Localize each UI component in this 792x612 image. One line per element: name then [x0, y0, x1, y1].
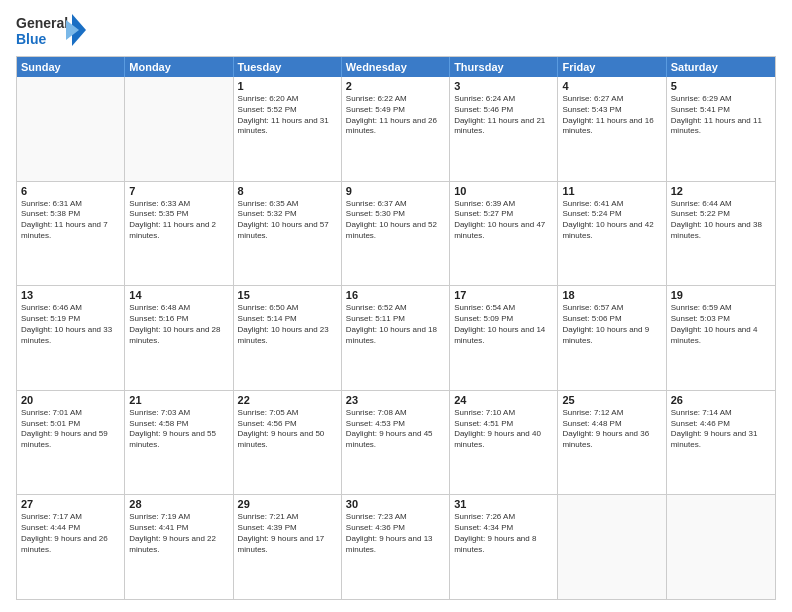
day-number: 27: [21, 498, 120, 510]
day-number: 7: [129, 185, 228, 197]
calendar-cell: 23Sunrise: 7:08 AM Sunset: 4:53 PM Dayli…: [342, 391, 450, 495]
calendar-cell: 17Sunrise: 6:54 AM Sunset: 5:09 PM Dayli…: [450, 286, 558, 390]
day-info: Sunrise: 7:01 AM Sunset: 5:01 PM Dayligh…: [21, 408, 120, 451]
svg-text:Blue: Blue: [16, 31, 47, 47]
calendar-cell: 30Sunrise: 7:23 AM Sunset: 4:36 PM Dayli…: [342, 495, 450, 599]
calendar-cell: [17, 77, 125, 181]
header: GeneralBlue: [16, 12, 776, 48]
calendar-cell: 13Sunrise: 6:46 AM Sunset: 5:19 PM Dayli…: [17, 286, 125, 390]
calendar-cell: [558, 495, 666, 599]
day-info: Sunrise: 7:26 AM Sunset: 4:34 PM Dayligh…: [454, 512, 553, 555]
day-info: Sunrise: 6:29 AM Sunset: 5:41 PM Dayligh…: [671, 94, 771, 137]
weekday-header-tuesday: Tuesday: [234, 57, 342, 77]
calendar-cell: 27Sunrise: 7:17 AM Sunset: 4:44 PM Dayli…: [17, 495, 125, 599]
svg-text:General: General: [16, 15, 68, 31]
day-info: Sunrise: 6:35 AM Sunset: 5:32 PM Dayligh…: [238, 199, 337, 242]
page: GeneralBlue SundayMondayTuesdayWednesday…: [0, 0, 792, 612]
weekday-header-wednesday: Wednesday: [342, 57, 450, 77]
day-number: 6: [21, 185, 120, 197]
day-number: 8: [238, 185, 337, 197]
calendar-cell: 3Sunrise: 6:24 AM Sunset: 5:46 PM Daylig…: [450, 77, 558, 181]
logo: GeneralBlue: [16, 12, 86, 48]
calendar-cell: 21Sunrise: 7:03 AM Sunset: 4:58 PM Dayli…: [125, 391, 233, 495]
calendar-cell: 29Sunrise: 7:21 AM Sunset: 4:39 PM Dayli…: [234, 495, 342, 599]
calendar-body: 1Sunrise: 6:20 AM Sunset: 5:52 PM Daylig…: [17, 77, 775, 599]
calendar-cell: 1Sunrise: 6:20 AM Sunset: 5:52 PM Daylig…: [234, 77, 342, 181]
day-number: 29: [238, 498, 337, 510]
day-number: 10: [454, 185, 553, 197]
calendar-cell: 22Sunrise: 7:05 AM Sunset: 4:56 PM Dayli…: [234, 391, 342, 495]
day-number: 2: [346, 80, 445, 92]
day-info: Sunrise: 7:08 AM Sunset: 4:53 PM Dayligh…: [346, 408, 445, 451]
day-number: 17: [454, 289, 553, 301]
day-info: Sunrise: 6:52 AM Sunset: 5:11 PM Dayligh…: [346, 303, 445, 346]
day-info: Sunrise: 6:41 AM Sunset: 5:24 PM Dayligh…: [562, 199, 661, 242]
calendar-cell: 7Sunrise: 6:33 AM Sunset: 5:35 PM Daylig…: [125, 182, 233, 286]
calendar-cell: 18Sunrise: 6:57 AM Sunset: 5:06 PM Dayli…: [558, 286, 666, 390]
day-number: 31: [454, 498, 553, 510]
weekday-header-thursday: Thursday: [450, 57, 558, 77]
calendar-cell: 4Sunrise: 6:27 AM Sunset: 5:43 PM Daylig…: [558, 77, 666, 181]
day-info: Sunrise: 6:54 AM Sunset: 5:09 PM Dayligh…: [454, 303, 553, 346]
day-info: Sunrise: 7:23 AM Sunset: 4:36 PM Dayligh…: [346, 512, 445, 555]
calendar-cell: 31Sunrise: 7:26 AM Sunset: 4:34 PM Dayli…: [450, 495, 558, 599]
day-info: Sunrise: 6:27 AM Sunset: 5:43 PM Dayligh…: [562, 94, 661, 137]
calendar-cell: 10Sunrise: 6:39 AM Sunset: 5:27 PM Dayli…: [450, 182, 558, 286]
calendar-cell: 12Sunrise: 6:44 AM Sunset: 5:22 PM Dayli…: [667, 182, 775, 286]
calendar-cell: [667, 495, 775, 599]
day-number: 5: [671, 80, 771, 92]
day-info: Sunrise: 6:37 AM Sunset: 5:30 PM Dayligh…: [346, 199, 445, 242]
calendar-cell: 2Sunrise: 6:22 AM Sunset: 5:49 PM Daylig…: [342, 77, 450, 181]
weekday-header-sunday: Sunday: [17, 57, 125, 77]
calendar-cell: 25Sunrise: 7:12 AM Sunset: 4:48 PM Dayli…: [558, 391, 666, 495]
day-info: Sunrise: 6:20 AM Sunset: 5:52 PM Dayligh…: [238, 94, 337, 137]
day-number: 13: [21, 289, 120, 301]
day-number: 4: [562, 80, 661, 92]
calendar-header: SundayMondayTuesdayWednesdayThursdayFrid…: [17, 57, 775, 77]
day-number: 15: [238, 289, 337, 301]
day-info: Sunrise: 6:31 AM Sunset: 5:38 PM Dayligh…: [21, 199, 120, 242]
day-number: 23: [346, 394, 445, 406]
day-info: Sunrise: 7:05 AM Sunset: 4:56 PM Dayligh…: [238, 408, 337, 451]
day-info: Sunrise: 7:19 AM Sunset: 4:41 PM Dayligh…: [129, 512, 228, 555]
day-info: Sunrise: 7:12 AM Sunset: 4:48 PM Dayligh…: [562, 408, 661, 451]
day-number: 24: [454, 394, 553, 406]
calendar-row-1: 1Sunrise: 6:20 AM Sunset: 5:52 PM Daylig…: [17, 77, 775, 181]
day-number: 22: [238, 394, 337, 406]
logo-svg: GeneralBlue: [16, 12, 86, 48]
day-info: Sunrise: 6:44 AM Sunset: 5:22 PM Dayligh…: [671, 199, 771, 242]
day-number: 26: [671, 394, 771, 406]
day-number: 1: [238, 80, 337, 92]
day-number: 14: [129, 289, 228, 301]
day-number: 30: [346, 498, 445, 510]
day-number: 20: [21, 394, 120, 406]
day-info: Sunrise: 7:10 AM Sunset: 4:51 PM Dayligh…: [454, 408, 553, 451]
day-number: 12: [671, 185, 771, 197]
day-info: Sunrise: 6:39 AM Sunset: 5:27 PM Dayligh…: [454, 199, 553, 242]
day-info: Sunrise: 6:46 AM Sunset: 5:19 PM Dayligh…: [21, 303, 120, 346]
day-info: Sunrise: 6:59 AM Sunset: 5:03 PM Dayligh…: [671, 303, 771, 346]
weekday-header-friday: Friday: [558, 57, 666, 77]
calendar-row-5: 27Sunrise: 7:17 AM Sunset: 4:44 PM Dayli…: [17, 494, 775, 599]
day-number: 18: [562, 289, 661, 301]
day-info: Sunrise: 6:57 AM Sunset: 5:06 PM Dayligh…: [562, 303, 661, 346]
day-number: 16: [346, 289, 445, 301]
calendar-cell: 6Sunrise: 6:31 AM Sunset: 5:38 PM Daylig…: [17, 182, 125, 286]
day-number: 28: [129, 498, 228, 510]
calendar-cell: 8Sunrise: 6:35 AM Sunset: 5:32 PM Daylig…: [234, 182, 342, 286]
day-number: 11: [562, 185, 661, 197]
day-info: Sunrise: 7:17 AM Sunset: 4:44 PM Dayligh…: [21, 512, 120, 555]
calendar: SundayMondayTuesdayWednesdayThursdayFrid…: [16, 56, 776, 600]
day-number: 21: [129, 394, 228, 406]
day-info: Sunrise: 6:33 AM Sunset: 5:35 PM Dayligh…: [129, 199, 228, 242]
weekday-header-monday: Monday: [125, 57, 233, 77]
calendar-cell: 26Sunrise: 7:14 AM Sunset: 4:46 PM Dayli…: [667, 391, 775, 495]
calendar-row-4: 20Sunrise: 7:01 AM Sunset: 5:01 PM Dayli…: [17, 390, 775, 495]
day-number: 3: [454, 80, 553, 92]
calendar-cell: [125, 77, 233, 181]
calendar-row-2: 6Sunrise: 6:31 AM Sunset: 5:38 PM Daylig…: [17, 181, 775, 286]
calendar-cell: 16Sunrise: 6:52 AM Sunset: 5:11 PM Dayli…: [342, 286, 450, 390]
day-info: Sunrise: 7:21 AM Sunset: 4:39 PM Dayligh…: [238, 512, 337, 555]
day-number: 9: [346, 185, 445, 197]
day-info: Sunrise: 6:50 AM Sunset: 5:14 PM Dayligh…: [238, 303, 337, 346]
